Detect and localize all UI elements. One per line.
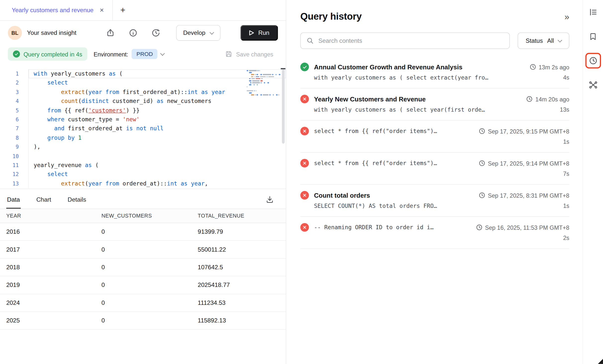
tab-separator [112,0,113,21]
query-duration: 1s [555,202,569,209]
play-icon [249,30,254,36]
table-cell: 2025418.77 [192,281,286,288]
editor-scrollbar[interactable] [280,63,286,188]
query-duration: 4s [555,74,569,81]
line-number: 4 [0,97,28,106]
run-button[interactable]: Run [240,25,278,41]
editor-tab-bar: Yearly customers and revenue × + [0,0,286,21]
query-history-item[interactable]: select * from {{ ref("order_items")…Sep … [300,121,569,153]
lineage-icon[interactable] [585,77,601,93]
query-timestamp: Sep 16, 2025, 11:53 PM GMT+8 [476,224,569,231]
query-timestamp: Sep 17, 2025, 8:31 PM GMT+8 [479,192,569,199]
environment-label: Environment: [94,51,128,57]
search-icon [306,37,314,45]
tab-close-icon[interactable]: × [100,7,104,14]
save-changes-button[interactable]: Save changes [225,50,278,58]
info-icon[interactable] [128,28,138,38]
save-changes-label: Save changes [236,51,273,57]
query-history-item[interactable]: Yearly New Customers and Revenue14m 20s … [300,89,569,121]
code-line: 10 [0,152,286,161]
query-history-item[interactable]: -- Renaming ORDER_ID to order_id i…Sep 1… [300,217,569,249]
tab-data[interactable]: Data [6,191,21,209]
query-history-item[interactable]: select * from {{ ref("order_items")…Sep … [300,153,569,185]
run-button-label: Run [258,29,269,36]
query-history-item[interactable]: Annual Customer Growth and Revenue Analy… [300,56,569,89]
status-filter-label: Status [526,37,543,44]
history-icon[interactable] [585,53,601,68]
success-check-icon [13,50,20,57]
tab-details[interactable]: Details [67,191,87,209]
query-history-item-title: select * from {{ ref("order_items")… [314,160,437,166]
query-duration: 1s [555,138,569,145]
code-line: 4 count(distinct customer_id) as new_cus… [0,97,286,106]
query-history-controls: Status All [300,33,569,49]
query-history-item-title: select * from {{ ref("order_items")… [314,128,437,134]
status-filter-dropdown[interactable]: Status All [518,33,569,49]
bookmark-icon[interactable] [585,29,601,44]
code-line: 5 from {{ ref('customers') }} [0,106,286,115]
code-line: 7 and first_ordered_at is not null [0,124,286,133]
code-line: 8 group by 1 [0,133,286,142]
scrollbar-thumb[interactable] [282,69,285,144]
share-icon[interactable] [105,28,115,38]
results-table-body: 2016091399.7920170550011.2220180107642.5… [0,223,286,330]
tab-chart[interactable]: Chart [36,191,52,209]
version-history-icon[interactable] [151,28,160,38]
table-cell: 107642.5 [192,264,286,271]
table-row: 20170550011.22 [0,241,286,259]
line-number: 3 [0,88,28,97]
table-cell: 0 [95,264,191,271]
query-history-item-title: Count total orders [314,191,370,199]
table-row: 2016091399.79 [0,223,286,241]
query-duration: 2s [555,234,569,241]
query-history-list: Annual Customer Growth and Revenue Analy… [300,56,569,249]
line-number: 1 [0,69,28,79]
query-status-bar: Query completed in 4s Environment: PROD … [0,45,286,63]
tab-yearly-customers-and-revenue[interactable]: Yearly customers and revenue × [0,0,112,20]
query-timestamp: 13m 2s ago [530,64,569,70]
search-box[interactable] [300,33,510,49]
column-header-new-customers: NEW_CUSTOMERS [95,213,191,219]
code-line: 2 select [0,78,286,88]
query-history-item-title: Yearly New Customers and Revenue [314,95,426,103]
collapse-panel-icon[interactable]: » [564,12,569,21]
code-line: 11yearly_revenue as ( [0,161,286,170]
query-timestamp: 14m 20s ago [526,96,569,102]
line-number: 11 [0,161,28,170]
search-input[interactable] [318,37,504,44]
line-number: 8 [0,133,28,142]
query-history-item[interactable]: Count total ordersSep 17, 2025, 8:31 PM … [300,185,569,217]
success-status-icon [300,63,309,71]
download-icon[interactable] [265,194,280,204]
outline-list-icon[interactable] [585,4,601,20]
code-line: 9), [0,142,286,152]
table-cell: 2019 [0,281,95,288]
table-cell: 2016 [0,228,95,235]
table-cell: 91399.79 [192,228,286,235]
error-status-icon [300,95,309,103]
environment-selector[interactable]: Environment: PROD [94,49,164,59]
table-row: 20240111234.53 [0,294,286,312]
query-duration: 13s [552,106,569,113]
chevron-down-icon [209,30,214,35]
line-number: 10 [0,152,28,161]
table-cell: 115892.13 [192,317,286,324]
screenshot-root: Yearly customers and revenue × + BL Your… [0,0,603,364]
error-status-icon [300,159,309,168]
new-tab-button[interactable]: + [118,5,128,15]
query-history-panel: Query history » Status All Annual Custom… [286,0,583,364]
line-number: 9 [0,142,28,152]
sql-code-editor[interactable]: 1with yearly_customers as (2 select3 ext… [0,63,286,188]
table-row: 20180107642.5 [0,259,286,276]
table-row: 201902025418.77 [0,276,286,294]
results-panel: Data Chart Details YEAR NEW_CUSTOMERS TO… [0,189,286,364]
table-cell: 0 [95,281,191,288]
code-line: 1with yearly_customers as ( [0,69,286,79]
develop-button[interactable]: Develop [176,25,220,41]
code-lines: 1with yearly_customers as (2 select3 ext… [0,69,286,188]
right-icon-strip [583,0,603,364]
tab-title: Yearly customers and revenue [12,7,94,14]
document-subtitle: Your saved insight [27,29,76,36]
table-cell: 0 [95,317,191,324]
editor-minimap[interactable] [247,70,274,96]
